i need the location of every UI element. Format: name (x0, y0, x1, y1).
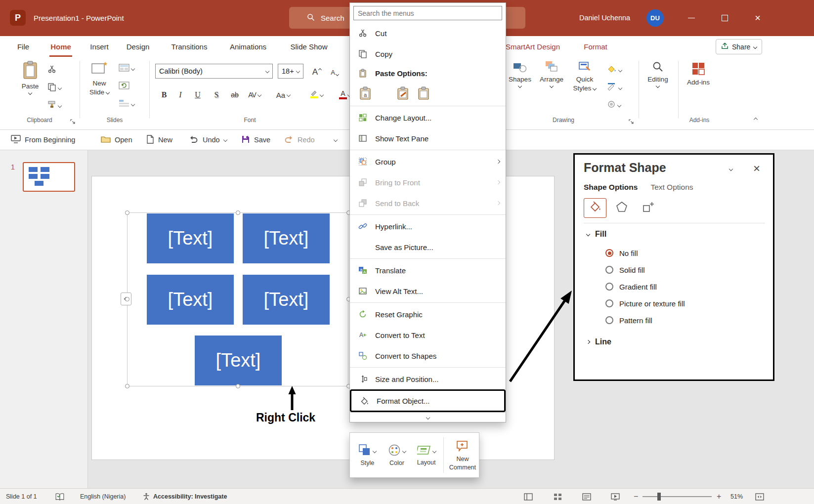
selection-handle[interactable] (125, 297, 129, 301)
slide-sorter-view-button[interactable] (554, 489, 562, 504)
tab-animations[interactable]: Animations (224, 36, 272, 57)
tab-design[interactable]: Design (124, 36, 152, 57)
selection-handle[interactable] (125, 210, 129, 215)
close-button[interactable]: × (741, 0, 774, 36)
reset-button[interactable] (119, 82, 129, 91)
format-painter-button[interactable] (47, 100, 61, 111)
add-ins-button[interactable]: Add-ins (683, 62, 714, 86)
share-button[interactable]: Share (716, 39, 762, 54)
radio-picture-or-texture-fill[interactable]: Picture or texture fill (584, 295, 765, 312)
paste-picture-icon[interactable] (417, 86, 431, 100)
from-beginning-button[interactable]: From Beginning (11, 130, 75, 150)
smartart-shape-1[interactable]: [Text] (147, 213, 234, 263)
accessibility-status[interactable]: Accessibility: Investigate (153, 489, 227, 504)
menu-item-view-alt-text[interactable]: View Alt Text... (350, 281, 506, 301)
selection-handle[interactable] (125, 384, 129, 388)
save-button[interactable]: Save (241, 130, 270, 150)
smartart-shape-3[interactable]: [Text] (147, 275, 234, 325)
tab-slide-show[interactable]: Slide Show (286, 36, 332, 57)
radio-solid-fill[interactable]: Solid fill (584, 261, 765, 278)
undo-button[interactable]: Undo (189, 130, 227, 150)
menu-item-convert-to-shapes[interactable]: Convert to Shapes (350, 345, 506, 366)
slide-thumbnail[interactable] (23, 162, 75, 192)
language-indicator[interactable]: English (Nigeria) (80, 489, 126, 504)
shape-effects-button[interactable] (607, 100, 621, 110)
minimize-button[interactable] (675, 0, 708, 36)
tab-file[interactable]: File (12, 36, 35, 57)
spell-check-icon[interactable] (55, 489, 64, 504)
font-size-select[interactable]: 18+ (278, 64, 303, 79)
fill-and-line-tab-button[interactable] (584, 198, 606, 218)
highlight-color-button[interactable] (306, 87, 326, 102)
smartart-shape-2[interactable]: [Text] (243, 213, 330, 263)
menu-search-input[interactable] (353, 6, 502, 20)
menu-item-bring-to-front[interactable]: Bring to Front (350, 172, 506, 193)
section-button[interactable] (119, 99, 134, 109)
selection-handle[interactable] (236, 210, 240, 215)
paste-merge-formatting-icon[interactable] (396, 86, 410, 100)
radio-pattern-fill[interactable]: Pattern fill (584, 312, 765, 329)
menu-item-hyperlink[interactable]: Hyperlink... (350, 216, 506, 237)
menu-item-group[interactable]: Group (350, 151, 506, 172)
menu-item-save-as-picture[interactable]: Save as Picture... (350, 237, 506, 257)
layout-button-mini[interactable]: Layout (414, 444, 439, 466)
menu-item-show-text-pane[interactable]: Show Text Pane (350, 128, 506, 149)
menu-item-send-to-back[interactable]: Send to Back (350, 193, 506, 213)
cut-button[interactable] (47, 65, 56, 76)
maximize-button[interactable] (708, 0, 741, 36)
shapes-button[interactable]: Shapes (507, 61, 533, 87)
zoom-slider-track[interactable] (643, 496, 712, 497)
new-comment-button[interactable]: New Comment (448, 440, 477, 471)
change-case-button[interactable]: Aa (275, 87, 292, 102)
menu-item-cut[interactable]: Cut (350, 23, 506, 43)
powerpoint-logo-icon[interactable]: P (10, 10, 26, 26)
zoom-in-button[interactable]: + (717, 489, 721, 504)
shape-outline-button[interactable] (607, 83, 622, 93)
grow-font-button[interactable]: A (308, 65, 325, 80)
clipboard-dialog-launcher[interactable] (70, 118, 76, 126)
new-button[interactable]: New (146, 130, 172, 150)
paste-keep-source-formatting-icon[interactable]: a (359, 86, 373, 100)
menu-item-copy[interactable]: Copy (350, 43, 506, 64)
shrink-font-button[interactable]: A (327, 65, 342, 80)
shape-fill-button[interactable] (607, 65, 622, 75)
layout-button[interactable] (119, 64, 134, 74)
tab-insert[interactable]: Insert (86, 36, 113, 57)
radio-gradient-fill[interactable]: Gradient fill (584, 278, 765, 295)
quick-styles-button[interactable]: Quick Styles (570, 61, 599, 92)
arrange-button[interactable]: Arrange (538, 61, 565, 87)
normal-view-button[interactable] (524, 489, 533, 504)
editing-button[interactable]: Editing (643, 61, 673, 87)
menu-item-reset-graphic[interactable]: Reset Graphic (350, 304, 506, 325)
new-slide-button[interactable]: New Slide (85, 61, 114, 96)
zoom-level[interactable]: 51% (730, 489, 743, 504)
smartart-shape-4[interactable]: [Text] (243, 275, 330, 325)
menu-item-format-object[interactable]: Format Object... (351, 391, 504, 411)
radio-no-fill[interactable]: No fill (584, 245, 765, 261)
character-spacing-button[interactable]: AV (246, 87, 263, 102)
menu-item-translate[interactable]: aA Translate (350, 260, 506, 281)
fit-slide-to-window-button[interactable] (755, 489, 764, 504)
tab-text-options[interactable]: Text Options (650, 183, 693, 192)
smartart-shape-5[interactable]: [Text] (195, 336, 282, 385)
line-section-header[interactable]: Line (584, 337, 765, 346)
fill-section-header[interactable]: Fill (584, 230, 765, 239)
strikethrough-button[interactable]: ab (227, 87, 242, 102)
reading-view-button[interactable] (582, 489, 591, 504)
tab-smartart-design[interactable]: SmartArt Design (496, 36, 570, 57)
font-name-select[interactable]: Calibri (Body) (155, 64, 273, 79)
drawing-dialog-launcher[interactable] (629, 118, 634, 126)
open-button[interactable]: Open (101, 130, 132, 150)
color-button[interactable]: Color (385, 444, 410, 466)
zoom-slider-thumb[interactable] (657, 493, 661, 501)
selection-handle[interactable] (236, 384, 240, 388)
redo-button[interactable]: Redo (284, 130, 315, 150)
tab-shape-options[interactable]: Shape Options (584, 183, 638, 192)
underline-button[interactable]: U (191, 87, 205, 102)
bold-button[interactable]: B (157, 87, 171, 102)
menu-scroll-more[interactable] (350, 412, 506, 422)
toolbar-overflow-button[interactable] (334, 130, 337, 150)
effects-tab-button[interactable] (610, 198, 633, 218)
collapse-ribbon-button[interactable] (754, 114, 757, 123)
menu-item-change-layout[interactable]: Change Layout... (350, 107, 506, 128)
